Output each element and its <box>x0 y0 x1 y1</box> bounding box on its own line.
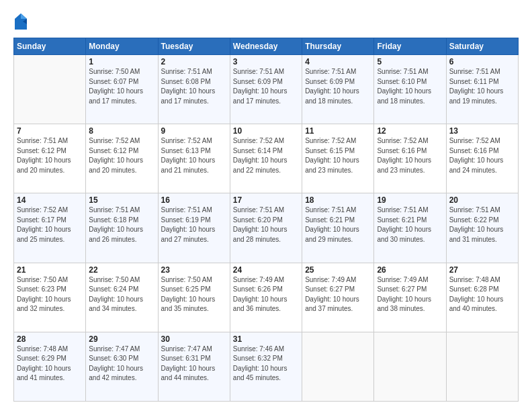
day-number: 14 <box>17 195 83 205</box>
day-info: Sunrise: 7:51 AMSunset: 6:11 PMDaylight:… <box>449 67 515 106</box>
day-number: 13 <box>449 126 515 136</box>
calendar-cell: 29Sunrise: 7:47 AMSunset: 6:30 PMDayligh… <box>86 332 158 401</box>
calendar-cell <box>14 55 86 124</box>
calendar-cell: 11Sunrise: 7:52 AMSunset: 6:15 PMDayligh… <box>302 124 374 193</box>
calendar-week-5: 28Sunrise: 7:48 AMSunset: 6:29 PMDayligh… <box>14 332 519 401</box>
day-info: Sunrise: 7:52 AMSunset: 6:12 PMDaylight:… <box>89 136 154 175</box>
day-info: Sunrise: 7:47 AMSunset: 6:31 PMDaylight:… <box>161 345 227 383</box>
header <box>13 12 519 31</box>
calendar-table: SundayMondayTuesdayWednesdayThursdayFrid… <box>13 38 519 402</box>
calendar-cell: 31Sunrise: 7:46 AMSunset: 6:32 PMDayligh… <box>230 332 302 401</box>
day-info: Sunrise: 7:48 AMSunset: 6:28 PMDaylight:… <box>449 275 515 314</box>
day-number: 16 <box>161 195 227 205</box>
calendar-cell: 4Sunrise: 7:51 AMSunset: 6:09 PMDaylight… <box>302 55 374 124</box>
day-info: Sunrise: 7:52 AMSunset: 6:16 PMDaylight:… <box>377 136 443 175</box>
day-number: 7 <box>17 126 83 136</box>
day-number: 11 <box>305 126 371 136</box>
day-info: Sunrise: 7:50 AMSunset: 6:07 PMDaylight:… <box>89 67 154 106</box>
calendar-cell: 30Sunrise: 7:47 AMSunset: 6:31 PMDayligh… <box>158 332 230 401</box>
day-info: Sunrise: 7:51 AMSunset: 6:22 PMDaylight:… <box>449 205 515 244</box>
day-number: 12 <box>377 126 443 136</box>
day-info: Sunrise: 7:51 AMSunset: 6:09 PMDaylight:… <box>233 67 299 106</box>
calendar-header-saturday: Saturday <box>446 38 518 55</box>
calendar-cell: 18Sunrise: 7:51 AMSunset: 6:21 PMDayligh… <box>302 193 374 263</box>
day-number: 4 <box>305 57 371 66</box>
day-number: 1 <box>89 57 154 66</box>
calendar-cell: 26Sunrise: 7:49 AMSunset: 6:27 PMDayligh… <box>374 263 446 332</box>
calendar-cell: 20Sunrise: 7:51 AMSunset: 6:22 PMDayligh… <box>446 193 518 263</box>
day-info: Sunrise: 7:49 AMSunset: 6:26 PMDaylight:… <box>233 275 299 314</box>
day-info: Sunrise: 7:48 AMSunset: 6:29 PMDaylight:… <box>17 345 83 383</box>
day-number: 9 <box>161 126 227 136</box>
day-number: 26 <box>377 265 443 275</box>
calendar-cell: 2Sunrise: 7:51 AMSunset: 6:08 PMDaylight… <box>158 55 230 124</box>
calendar-cell <box>302 332 374 401</box>
calendar-header-monday: Monday <box>86 38 158 55</box>
calendar-cell <box>446 332 518 401</box>
day-number: 8 <box>89 126 154 136</box>
day-info: Sunrise: 7:47 AMSunset: 6:30 PMDaylight:… <box>89 345 154 383</box>
calendar-cell: 23Sunrise: 7:50 AMSunset: 6:25 PMDayligh… <box>158 263 230 332</box>
calendar-cell: 15Sunrise: 7:51 AMSunset: 6:18 PMDayligh… <box>86 193 158 263</box>
day-number: 20 <box>449 195 515 205</box>
day-number: 10 <box>233 126 299 136</box>
day-info: Sunrise: 7:52 AMSunset: 6:17 PMDaylight:… <box>17 205 83 244</box>
calendar-cell: 16Sunrise: 7:51 AMSunset: 6:19 PMDayligh… <box>158 193 230 263</box>
calendar-header-row: SundayMondayTuesdayWednesdayThursdayFrid… <box>14 38 519 55</box>
day-number: 3 <box>233 57 299 66</box>
calendar-cell: 13Sunrise: 7:52 AMSunset: 6:16 PMDayligh… <box>446 124 518 193</box>
day-number: 27 <box>449 265 515 275</box>
calendar-cell: 21Sunrise: 7:50 AMSunset: 6:23 PMDayligh… <box>14 263 86 332</box>
calendar-cell: 17Sunrise: 7:51 AMSunset: 6:20 PMDayligh… <box>230 193 302 263</box>
calendar-cell: 12Sunrise: 7:52 AMSunset: 6:16 PMDayligh… <box>374 124 446 193</box>
day-info: Sunrise: 7:52 AMSunset: 6:14 PMDaylight:… <box>233 136 299 175</box>
day-number: 22 <box>89 265 154 275</box>
day-number: 17 <box>233 195 299 205</box>
calendar-cell: 3Sunrise: 7:51 AMSunset: 6:09 PMDaylight… <box>230 55 302 124</box>
calendar-cell: 5Sunrise: 7:51 AMSunset: 6:10 PMDaylight… <box>374 55 446 124</box>
day-number: 31 <box>233 334 299 344</box>
calendar-cell: 8Sunrise: 7:52 AMSunset: 6:12 PMDaylight… <box>86 124 158 193</box>
day-info: Sunrise: 7:51 AMSunset: 6:21 PMDaylight:… <box>377 205 443 244</box>
calendar-header-wednesday: Wednesday <box>230 38 302 55</box>
day-info: Sunrise: 7:46 AMSunset: 6:32 PMDaylight:… <box>233 345 299 383</box>
calendar-cell: 22Sunrise: 7:50 AMSunset: 6:24 PMDayligh… <box>86 263 158 332</box>
day-number: 29 <box>89 334 154 344</box>
calendar-cell: 10Sunrise: 7:52 AMSunset: 6:14 PMDayligh… <box>230 124 302 193</box>
day-number: 2 <box>161 57 227 66</box>
calendar-header-friday: Friday <box>374 38 446 55</box>
day-info: Sunrise: 7:51 AMSunset: 6:21 PMDaylight:… <box>305 205 371 244</box>
logo <box>13 12 31 31</box>
day-info: Sunrise: 7:51 AMSunset: 6:19 PMDaylight:… <box>161 205 227 244</box>
day-info: Sunrise: 7:51 AMSunset: 6:20 PMDaylight:… <box>233 205 299 244</box>
day-number: 28 <box>17 334 83 344</box>
day-info: Sunrise: 7:50 AMSunset: 6:25 PMDaylight:… <box>161 275 227 314</box>
day-number: 21 <box>17 265 83 275</box>
day-info: Sunrise: 7:51 AMSunset: 6:12 PMDaylight:… <box>17 136 83 175</box>
logo-icon <box>13 12 28 31</box>
day-info: Sunrise: 7:52 AMSunset: 6:13 PMDaylight:… <box>161 136 227 175</box>
calendar-cell: 19Sunrise: 7:51 AMSunset: 6:21 PMDayligh… <box>374 193 446 263</box>
day-info: Sunrise: 7:50 AMSunset: 6:23 PMDaylight:… <box>17 275 83 314</box>
day-number: 5 <box>377 57 443 66</box>
day-info: Sunrise: 7:51 AMSunset: 6:08 PMDaylight:… <box>161 67 227 106</box>
calendar-cell: 27Sunrise: 7:48 AMSunset: 6:28 PMDayligh… <box>446 263 518 332</box>
calendar-week-3: 14Sunrise: 7:52 AMSunset: 6:17 PMDayligh… <box>14 193 519 263</box>
day-number: 24 <box>233 265 299 275</box>
day-info: Sunrise: 7:49 AMSunset: 6:27 PMDaylight:… <box>377 275 443 314</box>
calendar-header-thursday: Thursday <box>302 38 374 55</box>
day-info: Sunrise: 7:51 AMSunset: 6:18 PMDaylight:… <box>89 205 154 244</box>
day-number: 18 <box>305 195 371 205</box>
calendar-cell: 6Sunrise: 7:51 AMSunset: 6:11 PMDaylight… <box>446 55 518 124</box>
day-info: Sunrise: 7:52 AMSunset: 6:15 PMDaylight:… <box>305 136 371 175</box>
day-number: 25 <box>305 265 371 275</box>
day-number: 23 <box>161 265 227 275</box>
calendar-header-sunday: Sunday <box>14 38 86 55</box>
day-number: 6 <box>449 57 515 66</box>
calendar-cell <box>374 332 446 401</box>
svg-marker-1 <box>21 13 27 19</box>
calendar-cell: 9Sunrise: 7:52 AMSunset: 6:13 PMDaylight… <box>158 124 230 193</box>
calendar-week-2: 7Sunrise: 7:51 AMSunset: 6:12 PMDaylight… <box>14 124 519 193</box>
calendar-week-4: 21Sunrise: 7:50 AMSunset: 6:23 PMDayligh… <box>14 263 519 332</box>
calendar-cell: 14Sunrise: 7:52 AMSunset: 6:17 PMDayligh… <box>14 193 86 263</box>
